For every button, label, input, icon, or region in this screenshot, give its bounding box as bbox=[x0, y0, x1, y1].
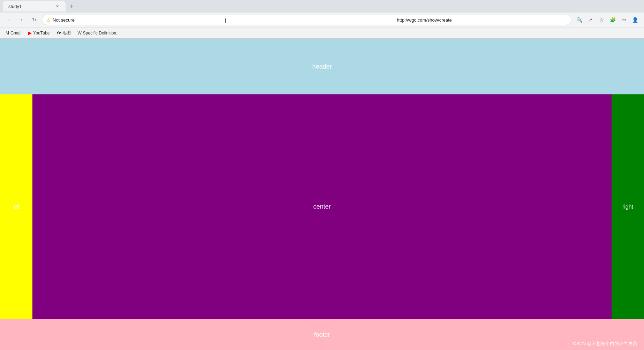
toolbar-icons: 🔍 ↗ ☆ 🧩 ▭ 👤 bbox=[574, 15, 640, 25]
specific-icon: W bbox=[78, 31, 82, 36]
footer-credit: CSDN @不想做小白的小白序员 bbox=[573, 341, 637, 347]
right-text: right bbox=[622, 204, 633, 210]
address-bar: ‹ › ↻ ⚠ Not secure | http://wgc.com/show… bbox=[0, 13, 644, 27]
tab-bar: study1 ✕ + bbox=[0, 0, 644, 13]
bookmark-gmail-label: Gmail bbox=[10, 31, 21, 36]
share-icon[interactable]: ↗ bbox=[585, 15, 595, 25]
tab-close-button[interactable]: ✕ bbox=[54, 3, 60, 9]
address-separator: | bbox=[225, 17, 395, 23]
address-input-wrap[interactable]: ⚠ Not secure | http://wgc.com/show/creat… bbox=[42, 15, 571, 25]
reload-button[interactable]: ↻ bbox=[29, 15, 39, 25]
security-warning-icon: ⚠ bbox=[46, 17, 51, 23]
right-panel: right bbox=[612, 94, 644, 319]
left-panel: left bbox=[0, 94, 32, 319]
center-text: center bbox=[313, 203, 331, 210]
page-content: header left center right footer CSDN @不想… bbox=[0, 39, 644, 350]
browser-chrome: study1 ✕ + ‹ › ↻ ⚠ Not secure | http://w… bbox=[0, 0, 644, 39]
not-secure-label: Not secure bbox=[53, 17, 223, 23]
center-panel: center bbox=[32, 94, 612, 319]
url-text: http://wgc.com/show/create bbox=[397, 17, 567, 23]
left-text: left bbox=[13, 204, 20, 210]
bookmark-gmail[interactable]: M Gmail bbox=[3, 30, 24, 36]
bookmark-maps[interactable]: 🗺 地图 bbox=[54, 29, 74, 37]
maps-icon: 🗺 bbox=[57, 31, 61, 36]
zoom-icon[interactable]: 🔍 bbox=[574, 15, 584, 25]
footer-text: footer bbox=[314, 331, 330, 339]
forward-button[interactable]: › bbox=[17, 15, 26, 25]
new-tab-button[interactable]: + bbox=[67, 1, 77, 11]
active-tab[interactable]: study1 ✕ bbox=[3, 1, 66, 11]
profile-icon[interactable]: 👤 bbox=[630, 15, 640, 25]
sidebar-icon[interactable]: ▭ bbox=[619, 15, 629, 25]
bookmark-youtube[interactable]: ▶ YouTube bbox=[25, 30, 52, 36]
youtube-icon: ▶ bbox=[28, 30, 32, 36]
bookmark-specific-label: Specific Definition... bbox=[83, 31, 120, 36]
bookmarks-bar: M Gmail ▶ YouTube 🗺 地图 W Specific Defini… bbox=[0, 27, 644, 38]
back-button[interactable]: ‹ bbox=[4, 15, 14, 25]
bookmark-maps-label: 地图 bbox=[62, 30, 71, 36]
gmail-icon: M bbox=[6, 31, 9, 36]
bookmark-specific[interactable]: W Specific Definition... bbox=[75, 30, 123, 36]
bookmark-youtube-label: YouTube bbox=[33, 31, 50, 36]
extensions-icon[interactable]: 🧩 bbox=[608, 15, 618, 25]
header-section: header bbox=[0, 39, 644, 94]
footer-section: footer CSDN @不想做小白的小白序员 bbox=[0, 319, 644, 350]
tab-title: study1 bbox=[8, 4, 52, 9]
bookmark-icon[interactable]: ☆ bbox=[597, 15, 606, 25]
middle-section: left center right bbox=[0, 94, 644, 319]
header-text: header bbox=[312, 63, 332, 70]
